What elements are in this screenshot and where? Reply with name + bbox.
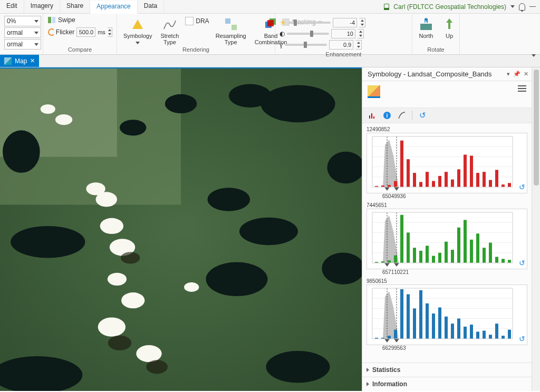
layer-blend-select[interactable]: ormal [4, 27, 41, 38]
flicker-unit: ms [98, 29, 105, 35]
contrast-slider[interactable] [287, 33, 329, 35]
brightness-slider[interactable] [288, 22, 331, 24]
map-view[interactable] [0, 67, 362, 391]
lock-icon [384, 4, 389, 10]
north-button[interactable]: N North [417, 16, 436, 40]
histogram-green[interactable]: ↺ [367, 209, 527, 269]
svg-rect-127 [432, 313, 435, 339]
tab-share[interactable]: Share [60, 0, 90, 13]
statistics-section[interactable]: Statistics [362, 362, 532, 377]
expand-icon [367, 382, 369, 386]
resampling-type-button[interactable]: Resampling Type [214, 16, 248, 46]
svg-rect-65 [432, 181, 435, 187]
contrast-icon: ◐ [279, 30, 285, 37]
svg-point-40 [41, 104, 55, 114]
up-icon [444, 17, 455, 31]
feature-blend-select[interactable]: ormal [4, 39, 41, 50]
tab-edit[interactable]: Edit [0, 0, 24, 13]
swipe-button[interactable]: Swipe [47, 16, 112, 24]
gamma-value[interactable]: 0.9 [329, 40, 353, 50]
svg-point-20 [165, 94, 197, 113]
brightness-icon: ☀ [279, 18, 286, 27]
svg-rect-0 [48, 17, 51, 23]
svg-rect-64 [426, 172, 429, 187]
svg-rect-58 [388, 185, 391, 187]
compare-group-label: Compare [47, 46, 112, 53]
map-tab[interactable]: Map ✕ [0, 55, 39, 67]
stretch-type-button[interactable]: Stretch Type [158, 16, 181, 46]
gamma-spinner[interactable] [355, 40, 362, 50]
svg-point-33 [100, 218, 123, 234]
svg-rect-75 [495, 170, 498, 187]
brightness-spinner[interactable] [359, 18, 365, 27]
bell-icon[interactable] [519, 3, 525, 11]
transparency-select[interactable]: 0% [4, 16, 41, 26]
reset-histogram-icon[interactable]: ↺ [519, 183, 525, 191]
svg-rect-8 [267, 20, 274, 26]
svg-rect-105 [489, 243, 492, 263]
histogram-max-label: 12490852 [367, 126, 527, 132]
histogram-min-label: 65711 [382, 269, 397, 275]
symbology-button[interactable]: Symbology [121, 16, 154, 46]
scrollbar-thumb[interactable] [534, 70, 539, 185]
brightness-value[interactable]: -4 [333, 18, 357, 27]
tab-appearance[interactable]: Appearance [90, 1, 138, 14]
svg-point-18 [261, 85, 335, 123]
flicker-value-input[interactable]: 500.0 [76, 27, 95, 37]
svg-rect-90 [394, 256, 397, 263]
reset-histogram-icon[interactable]: ↺ [519, 259, 525, 267]
svg-rect-60 [400, 141, 403, 187]
svg-rect-121 [394, 330, 397, 339]
histogram-blue[interactable]: ↺ [367, 285, 527, 345]
gamma-slider[interactable] [285, 44, 327, 46]
svg-rect-106 [495, 257, 498, 263]
svg-point-36 [121, 292, 144, 308]
rotate-group-label: Rotate [417, 46, 455, 53]
svg-rect-100 [457, 228, 460, 263]
close-icon[interactable]: ✕ [30, 57, 35, 64]
histogram-max-x-label: 9563 [394, 345, 406, 351]
svg-rect-70 [464, 155, 467, 187]
reset-histogram-icon[interactable]: ↺ [519, 335, 525, 343]
contrast-value[interactable]: 10 [331, 29, 355, 38]
svg-marker-14 [446, 18, 452, 29]
svg-rect-94 [419, 251, 422, 263]
minimize-icon[interactable] [529, 6, 536, 7]
pin-icon[interactable]: 📌 [513, 71, 520, 77]
menu-icon[interactable] [518, 85, 526, 92]
svg-rect-134 [476, 332, 479, 339]
panel-menu-icon[interactable]: ▾ [507, 71, 510, 77]
user-label[interactable]: Carl (FDLTCC Geospatial Technologies) [393, 3, 506, 11]
scrollbar[interactable] [532, 67, 540, 391]
svg-rect-4 [225, 18, 230, 24]
tab-imagery[interactable]: Imagery [24, 0, 60, 13]
contrast-spinner[interactable] [358, 29, 364, 38]
svg-point-19 [229, 84, 272, 107]
info-tab-icon[interactable]: i [382, 111, 392, 120]
svg-point-27 [266, 351, 330, 383]
reset-icon[interactable]: ↺ [418, 111, 427, 120]
svg-rect-59 [394, 181, 397, 187]
information-section[interactable]: Information [362, 377, 532, 391]
svg-rect-98 [445, 242, 448, 263]
svg-rect-67 [445, 172, 448, 187]
dra-toggle[interactable]: DRA [185, 17, 209, 25]
enhancement-group-label: Enhancement [279, 51, 408, 57]
tab-data[interactable]: Data [138, 0, 164, 13]
histogram-red[interactable]: ↺ [367, 133, 527, 193]
panel-close-icon[interactable]: ✕ [524, 71, 528, 77]
chevron-down-icon[interactable] [510, 5, 515, 8]
svg-marker-54 [384, 187, 390, 191]
tabstrip-menu[interactable] [527, 55, 540, 67]
flicker-button[interactable]: Flicker [56, 28, 74, 36]
svg-rect-102 [470, 240, 473, 263]
satellite-image [0, 68, 362, 391]
svg-point-38 [136, 345, 161, 362]
up-button[interactable]: Up [440, 16, 459, 40]
svg-rect-74 [489, 180, 492, 187]
stretch-curve-icon[interactable] [397, 111, 407, 120]
histogram-tab-icon[interactable] [368, 111, 377, 120]
svg-marker-85 [384, 263, 390, 267]
primary-symbology-icon[interactable] [368, 85, 380, 98]
flicker-spinner[interactable] [108, 27, 112, 37]
